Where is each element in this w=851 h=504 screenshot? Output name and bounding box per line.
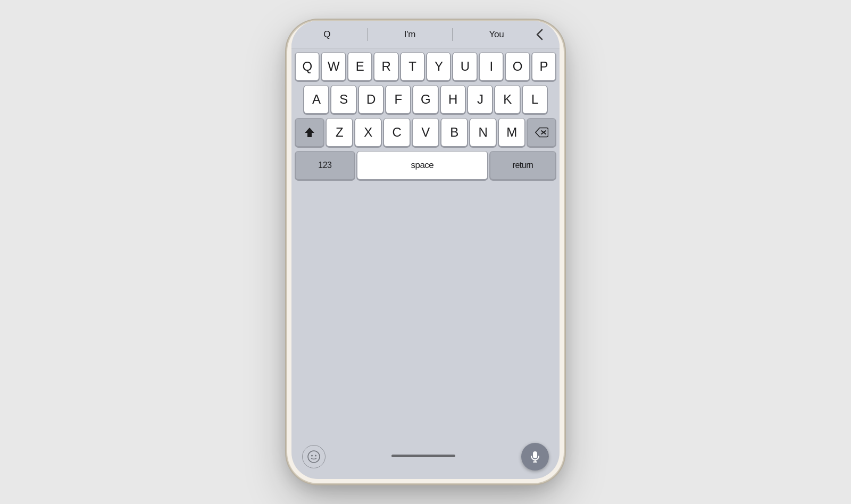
autocomplete-item-you[interactable]: You bbox=[483, 27, 511, 42]
phone-device: Q I'm You Q W E R T Y U bbox=[287, 21, 564, 483]
key-k[interactable]: K bbox=[495, 86, 519, 113]
key-d[interactable]: D bbox=[359, 86, 383, 113]
autocomplete-item-i[interactable]: Q bbox=[317, 27, 337, 42]
key-row-3: Z X C V B N M bbox=[294, 119, 557, 146]
key-z[interactable]: Z bbox=[327, 119, 352, 146]
key-c[interactable]: C bbox=[384, 119, 410, 146]
key-v[interactable]: V bbox=[413, 119, 438, 146]
key-i[interactable]: I bbox=[480, 53, 503, 80]
key-b[interactable]: B bbox=[441, 119, 467, 146]
key-a[interactable]: A bbox=[304, 86, 328, 113]
key-j[interactable]: J bbox=[468, 86, 492, 113]
microphone-button[interactable] bbox=[521, 443, 549, 471]
svg-point-4 bbox=[315, 455, 316, 457]
key-x[interactable]: X bbox=[355, 119, 381, 146]
key-q[interactable]: Q bbox=[296, 53, 319, 80]
autocomplete-back-button[interactable] bbox=[530, 25, 549, 44]
key-m[interactable]: M bbox=[499, 119, 524, 146]
delete-key[interactable] bbox=[528, 119, 555, 146]
key-u[interactable]: U bbox=[453, 53, 476, 80]
key-n[interactable]: N bbox=[470, 119, 496, 146]
keyboard-bottom-bar bbox=[291, 440, 560, 479]
svg-point-2 bbox=[308, 451, 320, 463]
key-y[interactable]: Y bbox=[427, 53, 450, 80]
autocomplete-suggestions: Q I'm You bbox=[302, 27, 525, 42]
home-bar bbox=[391, 455, 455, 457]
key-o[interactable]: O bbox=[506, 53, 529, 80]
key-g[interactable]: G bbox=[413, 86, 437, 113]
keyboard-area: Q W E R T Y U I O P A S D F G H J K bbox=[291, 48, 560, 440]
autocomplete-divider-2 bbox=[452, 28, 453, 41]
key-row-4: 123 space return bbox=[294, 152, 557, 179]
key-t[interactable]: T bbox=[401, 53, 424, 80]
shift-key[interactable] bbox=[296, 119, 323, 146]
key-f[interactable]: F bbox=[386, 86, 410, 113]
autocomplete-divider-1 bbox=[367, 28, 368, 41]
key-h[interactable]: H bbox=[441, 86, 465, 113]
key-row-2: A S D F G H J K L bbox=[294, 86, 557, 113]
return-key[interactable]: return bbox=[490, 152, 555, 179]
key-r[interactable]: R bbox=[374, 53, 397, 80]
svg-point-3 bbox=[311, 455, 313, 457]
svg-rect-5 bbox=[533, 451, 537, 458]
key-e[interactable]: E bbox=[348, 53, 371, 80]
key-l[interactable]: L bbox=[523, 86, 547, 113]
key-s[interactable]: S bbox=[331, 86, 355, 113]
autocomplete-bar: Q I'm You bbox=[291, 21, 560, 48]
phone-screen: Q I'm You Q W E R T Y U bbox=[291, 21, 560, 479]
emoji-button[interactable] bbox=[302, 445, 326, 468]
home-indicator bbox=[391, 452, 455, 461]
key-p[interactable]: P bbox=[532, 53, 555, 80]
key-row-1: Q W E R T Y U I O P bbox=[294, 53, 557, 80]
key-w[interactable]: W bbox=[322, 53, 345, 80]
space-key[interactable]: space bbox=[357, 152, 487, 179]
numbers-key[interactable]: 123 bbox=[296, 152, 354, 179]
autocomplete-item-im[interactable]: I'm bbox=[398, 27, 422, 42]
